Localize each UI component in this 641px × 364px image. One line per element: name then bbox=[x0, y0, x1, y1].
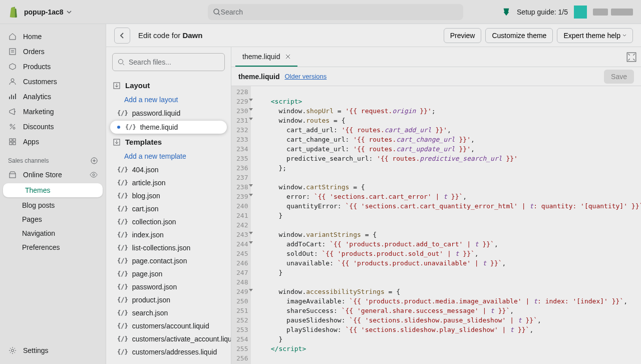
editor-tab[interactable]: theme.liquid bbox=[235, 47, 297, 67]
file-icon: {/} bbox=[117, 270, 128, 277]
file-customers-addresses-liquid[interactable]: {/}customers/addresses.liquid bbox=[110, 345, 227, 358]
file-index-json[interactable]: {/}index.json bbox=[110, 228, 227, 241]
svg-rect-7 bbox=[13, 139, 16, 141]
file-password-json[interactable]: {/}password.json bbox=[110, 280, 227, 293]
svg-point-12 bbox=[93, 174, 95, 176]
svg-point-5 bbox=[13, 127, 15, 129]
file-icon: {/} bbox=[117, 296, 128, 303]
global-search[interactable]: Search bbox=[208, 4, 463, 20]
code-editor: theme.liquid theme.liquid Older versions… bbox=[231, 47, 641, 364]
svg-rect-9 bbox=[13, 142, 16, 145]
setup-guide[interactable]: Setup guide: 1/5 bbox=[517, 8, 568, 16]
file-icon: {/} bbox=[117, 309, 128, 316]
svg-point-14 bbox=[119, 60, 123, 64]
chevron-down-icon bbox=[622, 34, 626, 38]
marketing-icon bbox=[8, 107, 17, 116]
file-customers-account-liquid[interactable]: {/}customers/account.liquid bbox=[110, 319, 227, 332]
file-icon: {/} bbox=[117, 335, 128, 342]
svg-point-0 bbox=[214, 9, 219, 14]
left-nav: HomeOrdersProductsCustomersAnalyticsMark… bbox=[0, 24, 106, 364]
file-icon: {/} bbox=[117, 257, 128, 264]
older-versions-link[interactable]: Older versions bbox=[284, 73, 327, 80]
orders-icon bbox=[8, 47, 17, 56]
nav-discounts[interactable]: Discounts bbox=[0, 119, 106, 134]
store-icon bbox=[8, 170, 17, 179]
file-tree-panel: Search files... Layout Add a new layout … bbox=[106, 47, 231, 364]
svg-point-3 bbox=[15, 111, 16, 112]
svg-rect-11 bbox=[10, 174, 16, 178]
analytics-icon bbox=[8, 92, 17, 101]
subnav-preferences[interactable]: Preferences bbox=[0, 240, 106, 254]
code-viewport[interactable]: 2282292302312322332342352362372382392402… bbox=[231, 86, 641, 364]
tree-section-templates[interactable]: Templates bbox=[110, 135, 227, 149]
add-channel-icon[interactable] bbox=[91, 157, 98, 164]
file-list-collections-json[interactable]: {/}list-collections.json bbox=[110, 241, 227, 254]
file-icon: {/} bbox=[117, 218, 128, 225]
file-icon: {/} bbox=[117, 205, 128, 212]
nav-home[interactable]: Home bbox=[0, 29, 106, 44]
file-customers-activate_account-liquid[interactable]: {/}customers/activate_account.liquid bbox=[110, 332, 227, 345]
close-icon[interactable] bbox=[285, 54, 290, 59]
apps-icon bbox=[8, 137, 17, 146]
file-cart-json[interactable]: {/}cart.json bbox=[110, 202, 227, 215]
nav-apps[interactable]: Apps bbox=[0, 134, 106, 149]
store-name: popup-1ac8 bbox=[24, 8, 64, 16]
file-blog-json[interactable]: {/}blog.json bbox=[110, 189, 227, 202]
add-template-link[interactable]: Add a new template bbox=[110, 149, 227, 163]
file-password-liquid[interactable]: {/}password.liquid bbox=[110, 107, 227, 120]
sales-channels-label: Sales channels bbox=[0, 149, 106, 167]
nav-orders[interactable]: Orders bbox=[0, 44, 106, 59]
store-switcher[interactable]: popup-1ac8 bbox=[24, 8, 72, 16]
file-page-json[interactable]: {/}page.json bbox=[110, 267, 227, 280]
file-article-json[interactable]: {/}article.json bbox=[110, 176, 227, 189]
file-icon: {/} bbox=[117, 231, 128, 238]
svg-rect-1 bbox=[10, 49, 16, 55]
add-layout-link[interactable]: Add a new layout bbox=[110, 93, 227, 107]
nav-analytics[interactable]: Analytics bbox=[0, 89, 106, 104]
avatar[interactable] bbox=[574, 6, 587, 19]
search-icon bbox=[118, 59, 125, 66]
subnav-pages[interactable]: Pages bbox=[0, 212, 106, 226]
back-button[interactable] bbox=[114, 28, 130, 44]
customers-icon bbox=[8, 77, 17, 86]
search-placeholder: Search bbox=[221, 8, 243, 16]
customize-theme-button[interactable]: Customize theme bbox=[485, 28, 553, 43]
breadcrumb: Edit code for Dawn bbox=[138, 31, 202, 40]
nav-marketing[interactable]: Marketing bbox=[0, 104, 106, 119]
pin-icon[interactable] bbox=[502, 8, 511, 17]
file-page-contact-json[interactable]: {/}page.contact.json bbox=[110, 254, 227, 267]
subnav-blog-posts[interactable]: Blog posts bbox=[0, 198, 106, 212]
line-gutter: 2282292302312322332342352362372382392402… bbox=[231, 86, 251, 364]
file-search-input[interactable]: Search files... bbox=[112, 53, 225, 71]
file-404-json[interactable]: {/}404.json bbox=[110, 163, 227, 176]
expand-icon[interactable] bbox=[626, 52, 637, 63]
file-name: theme.liquid bbox=[238, 73, 279, 81]
nav-online-store[interactable]: Online Store bbox=[0, 167, 106, 182]
code-content[interactable]: <script> window.shopUrl = '{{ request.or… bbox=[251, 86, 641, 364]
file-icon: {/} bbox=[117, 283, 128, 290]
file-theme-liquid[interactable]: {/}theme.liquid bbox=[110, 121, 227, 134]
tree-section-layout[interactable]: Layout bbox=[110, 78, 227, 93]
nav-settings[interactable]: Settings bbox=[0, 343, 106, 358]
file-icon: {/} bbox=[117, 244, 128, 251]
file-collection-json[interactable]: {/}collection.json bbox=[110, 215, 227, 228]
collapse-icon bbox=[113, 139, 120, 146]
gear-icon bbox=[8, 346, 17, 355]
nav-customers[interactable]: Customers bbox=[0, 74, 106, 89]
preview-button[interactable]: Preview bbox=[444, 28, 482, 43]
expert-help-button[interactable]: Expert theme help bbox=[557, 28, 633, 43]
user-menu[interactable] bbox=[593, 9, 633, 16]
subnav-themes[interactable]: Themes bbox=[3, 183, 103, 197]
file-icon: {/} bbox=[117, 348, 128, 355]
topbar: popup-1ac8 Search Setup guide: 1/5 bbox=[0, 0, 641, 24]
nav-products[interactable]: Products bbox=[0, 59, 106, 74]
file-product-json[interactable]: {/}product.json bbox=[110, 293, 227, 306]
view-store-icon[interactable] bbox=[90, 171, 98, 179]
svg-rect-8 bbox=[10, 142, 12, 145]
collapse-icon bbox=[113, 82, 120, 89]
arrow-left-icon bbox=[118, 32, 126, 40]
tab-bar: theme.liquid bbox=[231, 47, 641, 67]
save-button[interactable]: Save bbox=[604, 70, 634, 84]
file-search-json[interactable]: {/}search.json bbox=[110, 306, 227, 319]
subnav-navigation[interactable]: Navigation bbox=[0, 226, 106, 240]
